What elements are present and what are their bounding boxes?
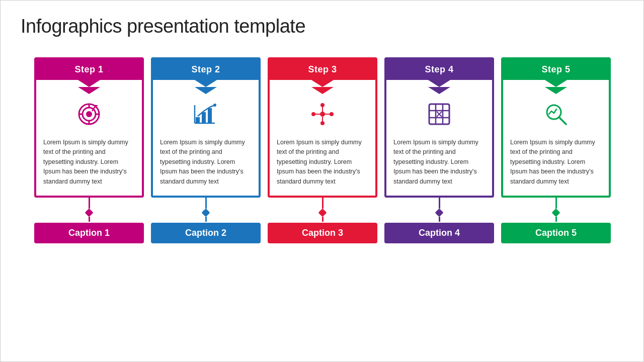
step-3-text: Lorem Ipsum is simply dummy text of the … xyxy=(277,138,368,187)
step-1-wrapper: Step 1 xyxy=(34,57,144,243)
svg-point-16 xyxy=(330,112,334,116)
step-3-wrapper: Step 3 xyxy=(268,57,377,243)
step-2-notch xyxy=(195,80,217,87)
cards-container: Step 1 xyxy=(21,57,624,352)
step-5-connector-line2 xyxy=(555,217,557,222)
step-4-text: Lorem Ipsum is simply dummy text of the … xyxy=(393,138,485,187)
page-title: Infographics presentation template xyxy=(21,16,624,37)
step-1-caption: Caption 1 xyxy=(34,223,144,243)
svg-point-17 xyxy=(320,121,325,125)
step-1-header: Step 1 xyxy=(36,59,142,80)
step-4-header-wrap: Step 4 xyxy=(386,59,492,94)
step-5-card: Step 5 Lorem Ipsum is simply dummy text … xyxy=(501,57,611,198)
chart-icon xyxy=(193,101,219,131)
svg-rect-9 xyxy=(202,112,206,123)
step-4-body: Lorem Ipsum is simply dummy text of the … xyxy=(386,94,492,196)
step-5-notch xyxy=(545,80,567,87)
step-4-caption: Caption 4 xyxy=(384,223,494,243)
step-5-wrapper: Step 5 Lorem Ipsum is simply dummy text … xyxy=(501,57,611,243)
step-5-header-wrap: Step 5 xyxy=(503,59,609,94)
step-1-connector-line1 xyxy=(89,198,90,209)
step-2-connector-line1 xyxy=(205,198,207,209)
step-3-connector-line2 xyxy=(322,217,324,222)
target-icon xyxy=(76,101,102,131)
step-3-connector xyxy=(319,198,326,222)
step-5-connector xyxy=(553,198,559,222)
step-5-caption: Caption 5 xyxy=(501,223,611,243)
step-4-wrapper: Step 4 xyxy=(384,57,494,243)
svg-point-15 xyxy=(320,103,325,107)
svg-rect-8 xyxy=(196,117,200,123)
step-2-header-wrap: Step 2 xyxy=(153,59,259,94)
step-2-connector-diamond xyxy=(202,208,210,217)
step-5-body: Lorem Ipsum is simply dummy text of the … xyxy=(503,94,609,196)
svg-point-13 xyxy=(213,104,216,107)
step-1-text: Lorem Ipsum is simply dummy text of the … xyxy=(43,138,135,187)
step-5-connector-diamond xyxy=(552,208,560,217)
step-2-card: Step 2 L xyxy=(151,57,261,198)
step-1-connector xyxy=(86,198,92,222)
step-5-header: Step 5 xyxy=(503,59,609,80)
step-4-connector xyxy=(436,198,442,222)
step-2-caption: Caption 2 xyxy=(151,223,261,243)
step-3-caption: Caption 3 xyxy=(268,223,377,243)
step-1-card: Step 1 xyxy=(34,57,144,198)
step-2-body: Lorem Ipsum is simply dummy text of the … xyxy=(153,94,259,196)
step-2-connector xyxy=(203,198,209,222)
svg-line-31 xyxy=(559,117,566,124)
step-3-header: Step 3 xyxy=(270,59,375,80)
step-3-body: Lorem Ipsum is simply dummy text of the … xyxy=(270,94,375,196)
step-3-header-wrap: Step 3 xyxy=(270,59,375,94)
step-3-connector-line1 xyxy=(322,198,324,209)
svg-point-2 xyxy=(86,111,92,117)
step-2-header: Step 2 xyxy=(153,59,259,80)
step-3-notch xyxy=(311,80,334,87)
network-icon xyxy=(309,101,336,131)
step-4-header: Step 4 xyxy=(386,59,492,80)
step-4-connector-line1 xyxy=(439,198,440,209)
step-5-text: Lorem Ipsum is simply dummy text of the … xyxy=(510,138,602,187)
step-4-card: Step 4 xyxy=(384,57,494,198)
step-4-notch xyxy=(428,80,450,87)
step-1-header-wrap: Step 1 xyxy=(36,59,142,94)
step-1-connector-diamond xyxy=(85,208,94,217)
grid-icon xyxy=(426,101,452,131)
svg-point-18 xyxy=(311,112,315,116)
step-1-notch xyxy=(78,80,100,87)
step-2-connector-line2 xyxy=(205,217,207,222)
svg-rect-10 xyxy=(208,108,212,123)
page: Infographics presentation template Step … xyxy=(1,1,644,362)
step-2-wrapper: Step 2 L xyxy=(151,57,261,243)
step-3-card: Step 3 xyxy=(268,57,377,198)
step-4-connector-diamond xyxy=(435,208,444,217)
step-1-body: Lorem Ipsum is simply dummy text of the … xyxy=(36,94,142,196)
svg-point-14 xyxy=(320,112,325,117)
step-2-text: Lorem Ipsum is simply dummy text of the … xyxy=(160,138,252,187)
step-5-connector-line1 xyxy=(555,198,557,209)
step-3-connector-diamond xyxy=(318,208,327,217)
step-1-connector-line2 xyxy=(89,217,90,222)
step-4-connector-line2 xyxy=(439,217,440,222)
search-chart-icon xyxy=(543,101,569,131)
